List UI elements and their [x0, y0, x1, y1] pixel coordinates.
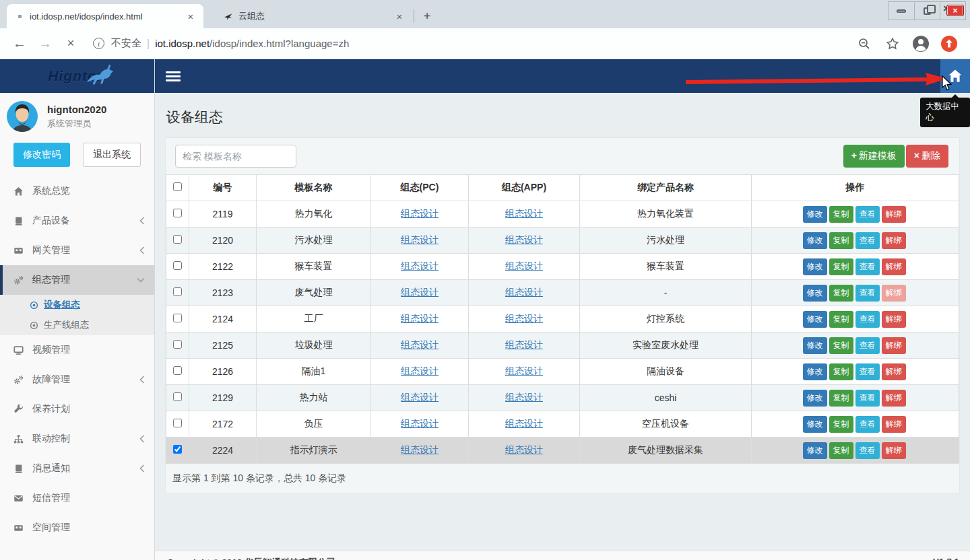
action-modify-button[interactable]: 修改 [803, 232, 827, 249]
sidebar-item-2[interactable]: 网关管理 [0, 236, 154, 265]
action-view-button[interactable]: 查看 [855, 206, 880, 223]
app-config-design-link[interactable]: 组态设计 [505, 287, 543, 298]
window-close-button[interactable]: × × [940, 2, 965, 20]
action-view-button[interactable]: 查看 [855, 285, 880, 302]
new-tab-button[interactable]: + [418, 7, 436, 25]
page-info-icon[interactable]: i [93, 38, 104, 49]
app-config-design-link[interactable]: 组态设计 [505, 208, 543, 219]
action-unbind-button[interactable]: 解绑 [882, 232, 906, 249]
action-view-button[interactable]: 查看 [855, 390, 880, 407]
action-copy-button[interactable]: 复制 [829, 337, 853, 354]
pc-config-design-link[interactable]: 组态设计 [401, 260, 439, 271]
action-modify-button[interactable]: 修改 [803, 363, 827, 380]
change-password-button[interactable]: 修改密码 [13, 143, 70, 167]
sidebar-item-7[interactable]: 联动控制 [0, 424, 154, 454]
action-unbind-button[interactable]: 解绑 [882, 285, 906, 302]
sidebar-item-1[interactable]: 产品设备 [0, 206, 154, 236]
big-data-center-home-button[interactable] [940, 59, 970, 93]
action-unbind-button[interactable]: 解绑 [882, 337, 906, 354]
app-config-design-link[interactable]: 组态设计 [505, 418, 543, 429]
row-checkbox[interactable] [173, 314, 182, 322]
search-input[interactable] [175, 145, 296, 168]
window-restore-button[interactable] [914, 2, 940, 20]
app-config-design-link[interactable]: 组态设计 [505, 365, 543, 376]
pc-config-design-link[interactable]: 组态设计 [401, 208, 439, 219]
row-checkbox[interactable] [173, 287, 182, 296]
action-copy-button[interactable]: 复制 [829, 258, 853, 275]
stop-icon[interactable]: × [61, 34, 81, 54]
window-minimize-button[interactable] [888, 2, 914, 20]
sidebar-item-4[interactable]: 视频管理 [0, 335, 154, 365]
action-view-button[interactable]: 查看 [855, 258, 880, 275]
pc-config-design-link[interactable]: 组态设计 [401, 444, 439, 455]
action-unbind-button[interactable]: 解绑 [882, 416, 906, 433]
action-modify-button[interactable]: 修改 [803, 337, 827, 354]
extension-up-arrow-icon[interactable] [939, 34, 959, 54]
action-unbind-button[interactable]: 解绑 [882, 363, 906, 380]
bookmark-star-icon[interactable] [882, 34, 903, 54]
row-checkbox[interactable] [173, 235, 182, 244]
pc-config-design-link[interactable]: 组态设计 [401, 418, 439, 429]
zoom-out-icon[interactable] [854, 34, 874, 54]
action-view-button[interactable]: 查看 [855, 311, 880, 328]
action-copy-button[interactable]: 复制 [829, 285, 853, 302]
row-checkbox[interactable] [173, 445, 182, 454]
action-modify-button[interactable]: 修改 [803, 416, 827, 433]
action-view-button[interactable]: 查看 [855, 442, 880, 459]
row-checkbox[interactable] [173, 366, 182, 375]
action-unbind-button[interactable]: 解绑 [882, 311, 906, 328]
pc-config-design-link[interactable]: 组态设计 [401, 313, 439, 324]
sidebar-item-6[interactable]: 保养计划 [0, 394, 154, 424]
action-view-button[interactable]: 查看 [855, 232, 880, 249]
sidebar-item-10[interactable]: 空间管理 [0, 513, 154, 542]
action-modify-button[interactable]: 修改 [803, 390, 827, 407]
forward-icon[interactable]: → [35, 34, 55, 54]
app-config-design-link[interactable]: 组态设计 [505, 392, 543, 403]
browser-tab-2[interactable]: 云组态 × [216, 4, 412, 28]
action-unbind-button[interactable]: 解绑 [882, 390, 906, 407]
submenu-item-0[interactable]: 设备组态 [0, 295, 154, 315]
action-unbind-button[interactable]: 解绑 [882, 258, 906, 275]
app-config-design-link[interactable]: 组态设计 [505, 313, 543, 324]
action-view-button[interactable]: 查看 [855, 337, 880, 354]
action-copy-button[interactable]: 复制 [829, 416, 853, 433]
logout-button[interactable]: 退出系统 [83, 143, 141, 167]
app-config-design-link[interactable]: 组态设计 [505, 260, 543, 271]
tab-close-icon[interactable]: × [393, 10, 406, 22]
action-modify-button[interactable]: 修改 [803, 442, 827, 459]
sidebar-item-5[interactable]: 故障管理 [0, 365, 154, 394]
sidebar-item-8[interactable]: 消息通知 [0, 454, 154, 483]
delete-button[interactable]: ×删除 [906, 145, 948, 168]
pc-config-design-link[interactable]: 组态设计 [401, 287, 439, 298]
action-copy-button[interactable]: 复制 [829, 442, 853, 459]
row-checkbox[interactable] [173, 209, 182, 217]
row-checkbox[interactable] [173, 419, 182, 427]
select-all-checkbox[interactable] [173, 182, 182, 191]
action-copy-button[interactable]: 复制 [829, 363, 853, 380]
row-checkbox[interactable] [173, 261, 182, 270]
app-config-design-link[interactable]: 组态设计 [505, 234, 543, 245]
sidebar-item-0[interactable]: 系统总览 [0, 176, 154, 206]
pc-config-design-link[interactable]: 组态设计 [401, 392, 439, 403]
pc-config-design-link[interactable]: 组态设计 [401, 339, 439, 350]
pc-config-design-link[interactable]: 组态设计 [401, 365, 439, 376]
app-config-design-link[interactable]: 组态设计 [505, 444, 543, 455]
sidebar-item-9[interactable]: 短信管理 [0, 483, 154, 513]
pc-config-design-link[interactable]: 组态设计 [401, 234, 439, 245]
action-view-button[interactable]: 查看 [855, 416, 880, 433]
action-unbind-button[interactable]: 解绑 [882, 442, 906, 459]
action-unbind-button[interactable]: 解绑 [882, 206, 906, 223]
app-config-design-link[interactable]: 组态设计 [505, 339, 543, 350]
action-modify-button[interactable]: 修改 [803, 311, 827, 328]
action-copy-button[interactable]: 复制 [829, 311, 853, 328]
browser-tab-1[interactable]: iot.idosp.net/idosp/index.html × [7, 4, 203, 28]
back-icon[interactable]: ← [9, 34, 30, 54]
submenu-item-1[interactable]: 生产线组态 [0, 315, 154, 335]
row-checkbox[interactable] [173, 392, 182, 401]
profile-avatar-icon[interactable] [911, 34, 931, 54]
tab-close-icon[interactable]: × [185, 10, 197, 22]
row-checkbox[interactable] [173, 340, 182, 349]
action-modify-button[interactable]: 修改 [803, 206, 827, 223]
url-bar[interactable]: i 不安全 | iot.idosp.net /idosp/index.html?… [89, 37, 845, 50]
action-copy-button[interactable]: 复制 [829, 206, 853, 223]
